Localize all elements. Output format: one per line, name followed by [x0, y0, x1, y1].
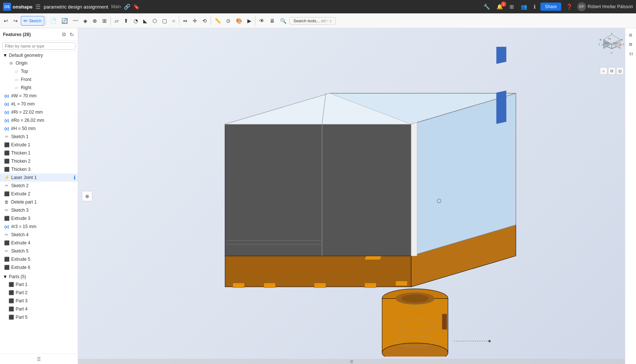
sketch1-label: Sketch 1 [11, 134, 76, 139]
tree-item-thicken1[interactable]: ⬛ Thicken 1 [0, 149, 78, 157]
tree-item-thicken3[interactable]: ⬛ Thicken 3 [0, 165, 78, 173]
undo-button[interactable]: ↩ [1, 16, 10, 25]
view-btn[interactable]: 👁 [257, 16, 267, 25]
tree-item-extrude3[interactable]: ⬛ Extrude 3 [0, 214, 78, 222]
move-button[interactable]: ✛ [190, 16, 199, 25]
mirror-button[interactable]: ⇔ [181, 16, 190, 25]
section-button[interactable]: ⊙ [224, 16, 233, 25]
loft-button[interactable]: ◈ [81, 16, 90, 25]
fillet-button[interactable]: ◔ [131, 16, 140, 25]
plane-button[interactable]: ▱ [112, 16, 121, 25]
tree-item-sketch5[interactable]: ✏ Sketch 5 [0, 247, 78, 255]
link-icon[interactable]: 🔗 [124, 4, 130, 10]
tree-item-extrude5[interactable]: ⬛ Extrude 5 [0, 255, 78, 263]
right-tab-3[interactable]: ☰ [627, 51, 635, 57]
help-icon[interactable]: 🔧 [482, 3, 492, 10]
cube-navigator[interactable]: X Z Top Right Front ▲ ▶ ◀ ▼ [595, 32, 629, 73]
display-icon: 🖥 [270, 18, 275, 24]
view-navigate-button[interactable]: ⊕ [82, 191, 92, 201]
undo-icon: ↩ [4, 18, 8, 24]
sketch-button[interactable]: ✏ Sketch [21, 16, 44, 26]
tree-item-sketch3[interactable]: ✏ Sketch 3 [0, 206, 78, 214]
param-ri[interactable]: (x) #Ri = 22.02 mm [0, 108, 78, 116]
bookmark-icon[interactable]: 🔖 [133, 4, 139, 10]
display-button[interactable]: 🖥 [267, 16, 277, 25]
param-ri-label: #Ri = 22.02 mm [11, 110, 76, 115]
tree-item-front[interactable]: ▱ Front [0, 75, 78, 84]
draft-button[interactable]: ⬡ [150, 16, 159, 25]
panel-rebuild-button[interactable]: ↻ [69, 31, 75, 38]
tree-item-sketch4[interactable]: ✏ Sketch 4 [0, 231, 78, 239]
transform-button[interactable]: ⟲ [200, 16, 209, 25]
grid-icon[interactable]: ⊞ [508, 3, 516, 10]
thicken1-label: Thicken 1 [11, 150, 76, 156]
param-l[interactable]: (x) #L = 70 mm [0, 100, 78, 108]
tree-item-part2[interactable]: ⬛ Part 2 [0, 289, 78, 297]
view-fit-button[interactable]: ⊡ [608, 67, 616, 75]
view-perspective-button[interactable]: ◱ [616, 67, 624, 75]
sketch3-icon: ✏ [4, 208, 10, 213]
tree-item-laser1[interactable]: ⚡ Laser Joint 1 ℹ [0, 173, 78, 182]
tree-item-thicken2[interactable]: ⬛ Thicken 2 [0, 157, 78, 165]
filter-input[interactable] [2, 42, 76, 50]
info-icon[interactable]: ℹ [532, 3, 537, 10]
notification-bell[interactable]: 🔔1 [495, 3, 505, 10]
pattern-button[interactable]: ⊞ [100, 16, 109, 25]
tree-item-top[interactable]: ▱ Top [0, 67, 78, 75]
deletepart1-icon: 🗑 [4, 199, 10, 205]
simulate-icon: ▶ [247, 18, 251, 24]
timeline-collapse[interactable]: ☰ [78, 359, 625, 364]
question-icon[interactable]: ❓ [564, 3, 574, 10]
render-button[interactable]: 🎨 [234, 16, 244, 25]
tree-item-sketch1[interactable]: ✏ Sketch 1 [0, 133, 78, 141]
panel-footer[interactable]: ☰ [0, 354, 78, 364]
tree-item-extrude4[interactable]: ⬛ Extrude 4 [0, 239, 78, 247]
right-tab-1[interactable]: ⊞ [627, 32, 635, 38]
tree-item-extrude6[interactable]: ⬛ Extrude 6 [0, 263, 78, 272]
tree-item-right[interactable]: ▱ Right [0, 84, 78, 92]
users-icon[interactable]: 👥 [519, 3, 529, 10]
param-w[interactable]: (x) #W = 70 mm [0, 92, 78, 100]
tree-item-part3[interactable]: ⬛ Part 3 [0, 297, 78, 305]
tree-item-part1[interactable]: ⬛ Part 1 [0, 280, 78, 289]
filter-bar [0, 41, 78, 52]
hamburger-icon[interactable]: ☰ [35, 3, 41, 10]
tree-item-extrude2[interactable]: ⬛ Extrude 2 [0, 190, 78, 198]
right-tab-2[interactable]: ⊠ [627, 41, 635, 48]
param-h[interactable]: (x) #H = 50 mm [0, 124, 78, 133]
param-r3[interactable]: (x) #r3 = 15 mm [0, 222, 78, 231]
default-geometry-header[interactable]: ▼ Default geometry [0, 52, 78, 59]
fillet-icon: ◔ [134, 18, 138, 24]
shell-button[interactable]: ▢ [160, 16, 169, 25]
tree-item-origin[interactable]: ⊕ Origin [0, 59, 78, 67]
notification-count: 1 [501, 1, 506, 7]
transform-icon: ⟲ [202, 18, 207, 24]
inspect-button[interactable]: 🔍 [278, 16, 289, 25]
hole-button[interactable]: ○ [170, 16, 177, 25]
param-l-label: #L = 70 mm [11, 101, 76, 107]
simulate-button[interactable]: ▶ [245, 16, 254, 25]
share-button[interactable]: Share [540, 3, 561, 11]
tree-item-part5[interactable]: ⬛ Part 5 [0, 313, 78, 321]
sweep-button[interactable]: 〰 [71, 16, 80, 25]
boolean-button[interactable]: ⊕ [90, 16, 99, 25]
tree-item-deletepart1[interactable]: 🗑 Delete part 1 [0, 198, 78, 206]
revolve-button[interactable]: 🔄 [59, 16, 70, 25]
draft-icon: ⬡ [152, 18, 157, 24]
measure-button[interactable]: 📏 [212, 16, 223, 25]
search-tools-button[interactable]: Search tools... alt/~ c [289, 17, 336, 25]
extrude1-label: Extrude 1 [11, 142, 76, 147]
tree-item-sketch2[interactable]: ✏ Sketch 2 [0, 182, 78, 190]
param-ro[interactable]: (x) #Ro = 26.02 mm [0, 116, 78, 124]
box-front [225, 124, 411, 256]
redo-button[interactable]: ↪ [11, 16, 20, 25]
tree-item-part4[interactable]: ⬛ Part 4 [0, 305, 78, 313]
viewport[interactable]: X Z Top Right Front ▲ ▶ ◀ ▼ [78, 28, 636, 364]
view-home-button[interactable]: ⌂ [600, 67, 607, 75]
chamfer-button[interactable]: ◣ [141, 16, 150, 25]
panel-instance-button[interactable]: ⧉ [61, 30, 67, 38]
tree-item-extrude1[interactable]: ⬛ Extrude 1 [0, 141, 78, 149]
extrude-button[interactable]: ⬆ [122, 16, 131, 25]
parts-section-header[interactable]: ▼ Parts (5) [0, 273, 78, 280]
new-button[interactable]: 📄 [48, 16, 58, 25]
